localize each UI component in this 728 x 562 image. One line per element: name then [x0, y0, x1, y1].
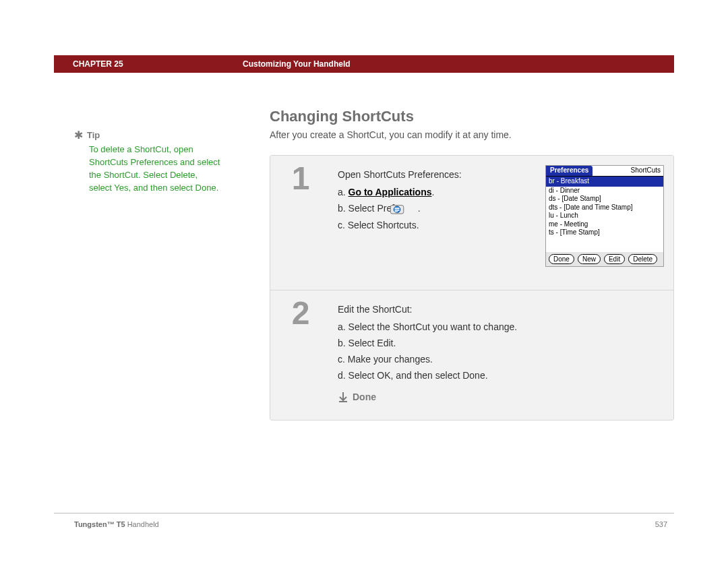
footer-rule — [54, 513, 674, 513]
step-lead: Edit the ShortCut: — [338, 304, 667, 315]
footer-product-bold: Tungsten™ T5 — [74, 520, 125, 528]
palm-list-item[interactable]: me - Meeting — [549, 220, 661, 229]
palm-list-item[interactable]: br - Breakfast — [546, 177, 663, 187]
tip-heading: ✱Tip — [74, 128, 243, 141]
substep-b: b. Select Edit. — [338, 338, 667, 348]
asterisk-icon: ✱ — [74, 129, 83, 141]
svg-rect-4 — [394, 212, 397, 212]
footer: Tungsten™ T5 Handheld 537 — [74, 520, 667, 528]
palm-delete-button[interactable]: Delete — [628, 254, 657, 264]
substep-a: a. Select the ShortCut you want to chang… — [338, 321, 667, 332]
step-body: Edit the ShortCut: a. Select the ShortCu… — [331, 290, 673, 420]
go-to-applications-link[interactable]: Go to Applications — [348, 187, 432, 197]
palm-list-item[interactable]: ts - [Time Stamp] — [549, 228, 661, 237]
palm-list: br - Breakfast di - Dinner ds - [Date St… — [546, 177, 663, 252]
svg-rect-3 — [394, 210, 399, 211]
arrow-down-icon — [338, 392, 348, 402]
substep-c: c. Make your changes. — [338, 354, 667, 365]
palm-list-item[interactable]: dts - [Date and Time Stamp] — [549, 204, 661, 212]
tip-body: To delete a ShortCut, open ShortCuts Pre… — [74, 144, 222, 194]
steps-box: 1 Open ShortCuts Preferences: a. Go to A… — [270, 155, 674, 420]
substep-suffix: . — [418, 203, 421, 214]
palm-titlebar: Preferences ShortCuts — [546, 166, 663, 177]
footer-product-rest: Handheld — [125, 520, 159, 528]
footer-product: Tungsten™ T5 Handheld — [74, 520, 159, 528]
palm-buttons: Done New Edit Delete — [546, 252, 663, 266]
svg-rect-2 — [394, 208, 399, 210]
substep-prefix: a. — [338, 187, 346, 197]
palm-screenshot: Preferences ShortCuts br - Breakfast di … — [545, 165, 664, 267]
step-number: 1 — [270, 156, 331, 290]
done-label: Done — [353, 392, 376, 402]
footer-page-number: 537 — [655, 520, 667, 528]
done-indicator: Done — [338, 392, 667, 402]
prefs-icon — [402, 204, 415, 214]
tip-label: Tip — [87, 130, 100, 140]
substep-prefix: c. — [338, 220, 345, 230]
step-number: 2 — [270, 290, 331, 420]
header-title: Customizing Your Handheld — [243, 59, 351, 69]
palm-edit-button[interactable]: Edit — [604, 254, 625, 264]
step-2: 2 Edit the ShortCut: a. Select the Short… — [270, 290, 673, 420]
substep-prefix: b. — [338, 203, 346, 214]
step-sublist: a. Select the ShortCut you want to chang… — [338, 321, 667, 381]
palm-list-item[interactable]: di - Dinner — [549, 187, 661, 195]
substep-suffix: . — [432, 187, 435, 197]
header-chapter: CHAPTER 25 — [54, 59, 243, 69]
step-1: 1 Open ShortCuts Preferences: a. Go to A… — [270, 156, 673, 290]
page-intro: After you create a ShortCut, you can mod… — [270, 129, 674, 140]
sidebar-tip: ✱Tip To delete a ShortCut, open ShortCut… — [74, 128, 243, 194]
palm-new-button[interactable]: New — [578, 254, 601, 264]
substep-text: Select Shortcuts. — [348, 220, 419, 230]
palm-title-right: ShortCuts — [628, 166, 663, 176]
palm-title-left: Preferences — [546, 166, 593, 176]
header-bar: CHAPTER 25 Customizing Your Handheld — [54, 55, 674, 73]
page-heading: Changing ShortCuts — [270, 108, 674, 125]
palm-list-item[interactable]: ds - [Date Stamp] — [549, 195, 661, 204]
palm-done-button[interactable]: Done — [549, 254, 574, 264]
substep-d: d. Select OK, and then select Done. — [338, 370, 667, 381]
main-column: Changing ShortCuts After you create a Sh… — [270, 108, 674, 420]
palm-list-item[interactable]: lu - Lunch — [549, 212, 661, 220]
